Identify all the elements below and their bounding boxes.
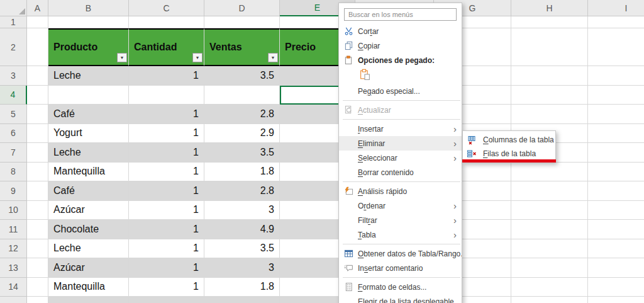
cell-A3[interactable] (27, 66, 48, 86)
menu-item-eliminar[interactable]: Eliminar› (339, 136, 462, 151)
cell-D9[interactable]: 2.8 (204, 181, 280, 201)
menu-item-filtrar[interactable]: Filtrar› (339, 213, 462, 227)
cell-B14[interactable]: Mantequilla (48, 278, 129, 297)
cell-D5[interactable]: 2.8 (204, 105, 280, 124)
menu-item-borrar-contenido[interactable]: Borrar contenido (339, 165, 462, 180)
cell-C1[interactable] (129, 16, 204, 28)
cell-I15[interactable] (588, 297, 644, 303)
cell-H9[interactable] (511, 181, 588, 201)
menu-item-opciones-de-pegado[interactable]: Opciones de pegado: (339, 53, 462, 67)
menu-item-actualizar[interactable]: Actualizar (339, 103, 462, 117)
cell-H3[interactable] (511, 66, 588, 86)
cell-C3[interactable]: 1 (129, 66, 204, 86)
cell-C5[interactable]: 1 (129, 105, 204, 124)
menu-item-insertar-comentario[interactable]: Insertar comentario (339, 261, 462, 275)
row-header-9[interactable]: 9 (0, 181, 27, 201)
cell-D13[interactable]: 3 (204, 258, 280, 278)
menu-item-formato-de-celdas[interactable]: Formato de celdas... (339, 280, 462, 294)
menu-item-insertar[interactable]: Insertar› (339, 122, 462, 136)
row-header-12[interactable]: 12 (0, 239, 27, 259)
cell-C12[interactable]: 1 (129, 239, 204, 259)
cell-B1[interactable] (48, 16, 129, 28)
row-header-8[interactable]: 8 (0, 163, 27, 182)
cell-C11[interactable]: 1 (129, 220, 204, 239)
cell-B12[interactable]: Leche (48, 239, 129, 259)
cell-C4[interactable] (129, 86, 204, 105)
row-header-15[interactable] (0, 297, 27, 303)
row-header-4[interactable]: 4 (0, 86, 27, 105)
cell-D6[interactable]: 2.9 (204, 124, 280, 144)
filter-dropdown-C2[interactable]: ▼ (192, 53, 203, 62)
column-header-A[interactable]: A (27, 0, 48, 16)
cell-H1[interactable] (511, 16, 588, 28)
cell-D11[interactable]: 4.9 (204, 220, 280, 239)
menu-item-obtener-datos[interactable]: Obtener datos de Tabla/Rango... (339, 246, 462, 261)
cell-H12[interactable] (511, 239, 588, 259)
menu-item-analisis-rapido[interactable]: Análisis rápido (339, 184, 462, 198)
cell-A13[interactable] (27, 258, 48, 278)
cell-C6[interactable]: 1 (129, 124, 204, 144)
menu-item-ordenar[interactable]: Ordenar› (339, 198, 462, 213)
cell-A6[interactable] (27, 124, 48, 144)
cell-I2[interactable] (588, 28, 644, 66)
column-header-D[interactable]: D (204, 0, 280, 16)
cell-D2[interactable]: Ventas▼ (204, 28, 280, 66)
cell-H11[interactable] (511, 220, 588, 239)
cell-H15[interactable] (511, 297, 588, 303)
cell-A12[interactable] (27, 239, 48, 259)
row-header-2[interactable]: 2 (0, 28, 27, 66)
cell-B4[interactable] (48, 86, 129, 105)
submenu-item-filas-de-la-tabla[interactable]: Filas de la tabla (463, 147, 555, 161)
cell-I7[interactable] (588, 143, 644, 163)
cell-D8[interactable]: 1.8 (204, 163, 280, 182)
cell-I3[interactable] (588, 66, 644, 86)
cell-H10[interactable] (511, 201, 588, 220)
row-header-13[interactable]: 13 (0, 258, 27, 278)
menu-item-seleccionar[interactable]: Seleccionar› (339, 151, 462, 165)
select-all-corner[interactable] (0, 0, 27, 16)
filter-dropdown-D2[interactable]: ▼ (268, 53, 278, 62)
cell-C10[interactable]: 1 (129, 201, 204, 220)
cell-C15[interactable] (129, 297, 204, 303)
cell-B15[interactable] (48, 297, 129, 303)
column-header-I[interactable]: I (588, 0, 644, 16)
cell-A4[interactable] (27, 86, 48, 105)
cell-B3[interactable]: Leche (48, 66, 129, 86)
cell-A9[interactable] (27, 181, 48, 201)
cell-C13[interactable]: 1 (129, 258, 204, 278)
cell-H2[interactable] (511, 28, 588, 66)
cell-H13[interactable] (511, 258, 588, 278)
row-header-3[interactable]: 3 (0, 66, 27, 86)
cell-C14[interactable]: 1 (129, 278, 204, 297)
cell-B6[interactable]: Yogurt (48, 124, 129, 144)
cell-I10[interactable] (588, 201, 644, 220)
row-header-5[interactable]: 5 (0, 105, 27, 124)
menu-item-elegir-lista[interactable]: Elegir de la lista desplegable... (339, 294, 462, 303)
cell-I12[interactable] (588, 239, 644, 259)
row-header-1[interactable]: 1 (0, 16, 27, 28)
cell-B11[interactable]: Chocolate (48, 220, 129, 239)
column-header-C[interactable]: C (129, 0, 204, 16)
cell-B13[interactable]: Azúcar (48, 258, 129, 278)
column-header-B[interactable]: B (48, 0, 129, 16)
cell-D4[interactable] (204, 86, 280, 105)
cell-D1[interactable] (204, 16, 280, 28)
cell-I1[interactable] (588, 16, 644, 28)
row-header-14[interactable]: 14 (0, 278, 27, 297)
cell-B8[interactable]: Mantequilla (48, 163, 129, 182)
cell-A2[interactable] (27, 28, 48, 66)
cell-A8[interactable] (27, 163, 48, 182)
cell-D3[interactable]: 3.5 (204, 66, 280, 86)
cell-B7[interactable]: Leche (48, 143, 129, 163)
cell-I14[interactable] (588, 278, 644, 297)
cell-B2[interactable]: Producto▼ (48, 28, 129, 66)
cell-A10[interactable] (27, 201, 48, 220)
cell-C7[interactable]: 1 (129, 143, 204, 163)
filter-dropdown-B2[interactable]: ▼ (117, 53, 127, 62)
cell-I13[interactable] (588, 258, 644, 278)
cell-D10[interactable]: 3 (204, 201, 280, 220)
cell-D12[interactable]: 3.5 (204, 239, 280, 259)
row-header-7[interactable]: 7 (0, 143, 27, 163)
column-header-H[interactable]: H (511, 0, 588, 16)
cell-C9[interactable]: 1 (129, 181, 204, 201)
